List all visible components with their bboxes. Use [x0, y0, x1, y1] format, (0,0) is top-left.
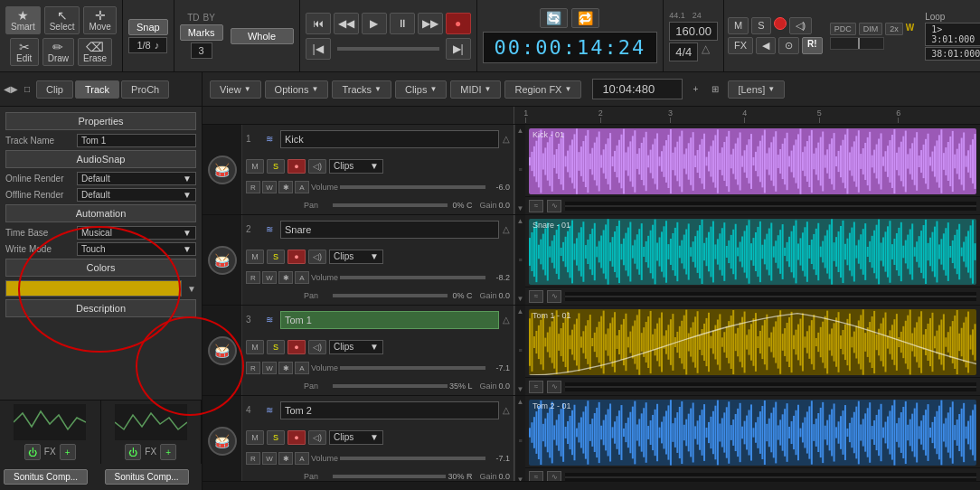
- track-tab[interactable]: Track: [75, 80, 119, 99]
- w-btn-1[interactable]: W: [262, 181, 277, 193]
- r-btn-4[interactable]: R: [246, 452, 260, 465]
- midi-btn[interactable]: MIDI ▼: [450, 80, 501, 99]
- scroll-down-1[interactable]: ▼: [517, 204, 524, 212]
- a-btn-4[interactable]: A: [295, 452, 309, 465]
- a-btn-3[interactable]: A: [295, 362, 309, 374]
- time-base-select[interactable]: Musical ▼: [77, 226, 196, 240]
- play-btn[interactable]: ▶: [362, 13, 387, 34]
- draw-tool-btn[interactable]: ✏ Draw: [42, 38, 74, 66]
- power-btn-left[interactable]: ⏻: [24, 444, 41, 460]
- scroll-up-3[interactable]: ▲: [517, 307, 524, 316]
- write-mode-select[interactable]: Touch ▼: [77, 242, 196, 256]
- track-content-4[interactable]: Tom 2 - 01 ≈ ∿: [525, 396, 980, 481]
- auto-type-btn-4[interactable]: ∿: [547, 471, 561, 482]
- audio-out-btn[interactable]: ◁): [789, 17, 813, 34]
- vol-slider-1[interactable]: [340, 185, 485, 189]
- clip-2[interactable]: Snare - 01: [529, 219, 976, 285]
- track-name-2[interactable]: Snare: [280, 221, 499, 239]
- add-fx-btn-right[interactable]: +: [160, 444, 176, 460]
- color-swatch[interactable]: [5, 280, 182, 297]
- w-btn-4[interactable]: W: [262, 452, 277, 465]
- scroll-up-1[interactable]: ▲: [517, 127, 524, 135]
- auto-btn-3[interactable]: ≈: [529, 381, 543, 393]
- clip-1[interactable]: Kick - 01: [529, 128, 976, 194]
- vol-slider-3[interactable]: [340, 366, 485, 370]
- m-btn[interactable]: M: [728, 17, 749, 34]
- erase-tool-btn[interactable]: ⌫ Erase: [78, 38, 112, 66]
- x-btn-1[interactable]: ✱: [278, 181, 293, 193]
- clip-4[interactable]: Tom 2 - 01: [529, 400, 976, 466]
- track-name-input[interactable]: Tom 1: [77, 134, 196, 147]
- add-fx-btn-left[interactable]: +: [60, 444, 76, 460]
- solo-btn-3[interactable]: S: [267, 340, 285, 354]
- pan-slider-1[interactable]: [333, 203, 448, 207]
- arm-btn-2[interactable]: ●: [287, 250, 306, 264]
- loop-start[interactable]: 1> 3:01:000: [925, 23, 980, 46]
- auto-type-btn-1[interactable]: ∿: [547, 200, 561, 212]
- clips-select-4[interactable]: Clips ▼: [329, 430, 383, 445]
- time-sig-display[interactable]: 4/4: [669, 42, 698, 61]
- horizontal-scrollbar[interactable]: [203, 481, 980, 490]
- rewind-to-start-btn[interactable]: ⏮: [306, 13, 331, 34]
- sonitus-comp-btn2[interactable]: Sonitus Comp...: [105, 469, 189, 485]
- track-expand-3[interactable]: △: [503, 315, 510, 325]
- vol-slider-2[interactable]: [340, 276, 485, 279]
- loop-end[interactable]: 38:01:000: [925, 47, 980, 61]
- color-dropdown-icon[interactable]: ▼: [187, 284, 196, 294]
- scroll-down-3[interactable]: ▼: [517, 385, 524, 393]
- scroll-up-2[interactable]: ▲: [517, 217, 524, 225]
- mute-btn-3[interactable]: M: [246, 340, 264, 354]
- options-btn[interactable]: Options ▼: [265, 80, 329, 99]
- pause-btn[interactable]: ⏸: [390, 13, 415, 34]
- pan-slider-4[interactable]: [333, 475, 446, 478]
- metronome-btn[interactable]: 🔄: [540, 8, 568, 28]
- record-btn[interactable]: ●: [446, 13, 471, 34]
- tracks-container[interactable]: 🥁 1 ≋ Kick △ M S ● ◁): [203, 125, 980, 481]
- power-btn-right[interactable]: ⏻: [125, 444, 141, 460]
- auto-btn-1[interactable]: ≈: [529, 200, 543, 212]
- s-btn[interactable]: S: [751, 17, 770, 34]
- clips-btn[interactable]: Clips ▼: [395, 80, 447, 99]
- rewind-small-btn[interactable]: ◀: [756, 37, 776, 54]
- whole-button[interactable]: Whole: [231, 28, 294, 44]
- x-btn-2[interactable]: ✱: [278, 271, 293, 284]
- a-btn-1[interactable]: A: [295, 181, 309, 193]
- loop-mode-btn[interactable]: 🔁: [571, 8, 599, 28]
- send-btn-3[interactable]: ◁): [308, 340, 326, 354]
- track-name-3[interactable]: Tom 1: [280, 311, 499, 329]
- snap-value-display[interactable]: 1/8 ♪: [128, 37, 167, 53]
- r-btn-3[interactable]: R: [246, 362, 260, 374]
- go-to-start-btn[interactable]: |◀: [306, 38, 331, 60]
- a-btn-2[interactable]: A: [295, 271, 309, 284]
- tempo-display[interactable]: 160.00: [669, 22, 718, 41]
- solo-btn-2[interactable]: S: [267, 250, 285, 264]
- fit-btn[interactable]: ⊞: [708, 82, 722, 97]
- auto-type-btn-2[interactable]: ∿: [547, 290, 561, 303]
- transport-slider[interactable]: [337, 47, 439, 51]
- scroll-up-4[interactable]: ▲: [517, 398, 524, 406]
- arm-btn-3[interactable]: ●: [287, 340, 306, 354]
- toggle-panel-btn[interactable]: ◀▶: [4, 82, 18, 97]
- mute-btn-1[interactable]: M: [246, 159, 264, 174]
- track-expand-1[interactable]: △: [503, 134, 510, 144]
- sonitus-comp-btn[interactable]: Sonitus Comp...: [4, 469, 88, 485]
- mute-btn-2[interactable]: M: [246, 250, 264, 264]
- offline-render-select[interactable]: Default ▼: [77, 188, 196, 202]
- rewind-btn[interactable]: ◀◀: [334, 13, 359, 34]
- vol-slider-4[interactable]: [340, 457, 485, 460]
- x-btn-3[interactable]: ✱: [278, 362, 293, 374]
- dock-btn[interactable]: □: [20, 82, 34, 97]
- track-name-1[interactable]: Kick: [280, 130, 499, 148]
- proch-tab[interactable]: ProCh: [121, 80, 169, 99]
- fast-forward-btn[interactable]: ▶▶: [418, 13, 443, 34]
- clip-3[interactable]: Tom 1 - 01: [529, 309, 976, 375]
- x-btn-4[interactable]: ✱: [278, 452, 293, 465]
- clip-tab[interactable]: Clip: [36, 80, 73, 99]
- lens-btn[interactable]: [Lens] ▼: [728, 80, 785, 99]
- auto-type-btn-3[interactable]: ∿: [547, 381, 561, 393]
- solo-btn-1[interactable]: S: [267, 159, 285, 174]
- auto-btn-2[interactable]: ≈: [529, 290, 543, 303]
- send-btn-1[interactable]: ◁): [308, 159, 326, 174]
- snap-label[interactable]: Snap: [128, 19, 168, 35]
- arm-btn-4[interactable]: ●: [287, 430, 306, 445]
